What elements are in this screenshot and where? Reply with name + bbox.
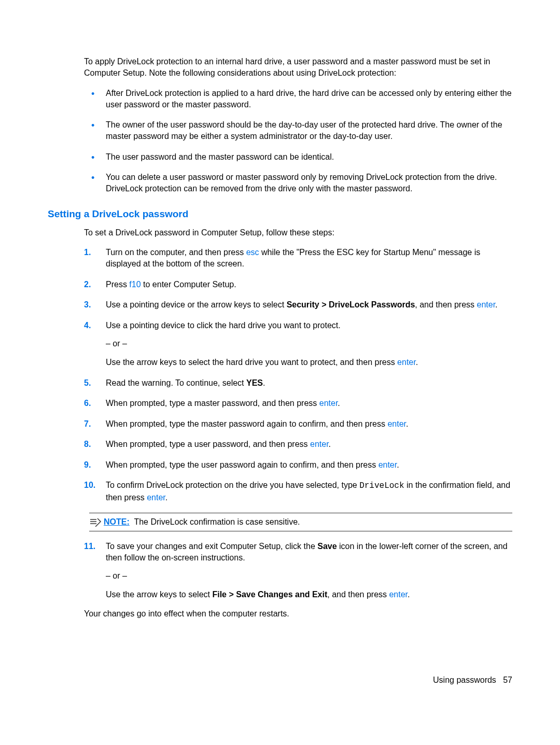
key-f10: f10	[129, 280, 141, 289]
step-item: 7. When prompted, type the master passwo…	[84, 418, 512, 430]
step-item: 9. When prompted, type the user password…	[84, 459, 512, 471]
step-text: .	[329, 440, 331, 448]
key-enter: enter	[389, 590, 408, 599]
step-number: 11.	[84, 541, 95, 552]
bold-text: Security > DriveLock Passwords	[287, 300, 415, 309]
step-number: 2.	[84, 279, 91, 290]
step-text: .	[408, 590, 410, 599]
step-number: 1.	[84, 247, 91, 258]
bold-text: File > Save Changes and Exit	[212, 590, 327, 599]
step-item: 4. Use a pointing device to click the ha…	[84, 320, 512, 368]
step-text: To save your changes and exit Computer S…	[106, 542, 317, 551]
step-number: 4.	[84, 320, 91, 331]
step-item: 8. When prompted, type a user password, …	[84, 439, 512, 450]
step-text: Use the arrow keys to select	[106, 590, 212, 599]
note-text: The DriveLock confirmation is case sensi…	[134, 517, 300, 526]
step-item: 10. To confirm DriveLock protection on t…	[84, 480, 512, 503]
step-text: .	[397, 460, 399, 469]
key-enter: enter	[147, 493, 165, 502]
key-enter: enter	[310, 440, 329, 448]
or-separator: – or –	[106, 570, 512, 582]
step-text: .	[165, 493, 167, 502]
step-number: 10.	[84, 480, 95, 491]
step-item: 11. To save your changes and exit Comput…	[84, 541, 512, 600]
steps-list: 1. Turn on the computer, and then press …	[84, 247, 512, 503]
key-enter: enter	[397, 358, 416, 367]
step-text: .	[263, 378, 265, 387]
step-text: .	[495, 300, 497, 309]
step-text: , and then press	[415, 300, 477, 309]
section-intro: To set a DriveLock password in Computer …	[84, 228, 512, 237]
intro-paragraph: To apply DriveLock protection to an inte…	[84, 56, 512, 78]
bold-text: YES	[246, 378, 263, 387]
or-separator: – or –	[106, 338, 512, 349]
key-enter: enter	[387, 419, 406, 428]
page-number: 57	[503, 676, 512, 684]
list-item: The owner of the user password should be…	[84, 119, 512, 142]
step-text: Turn on the computer, and then press	[106, 248, 246, 257]
step-item: 6. When prompted, type a master password…	[84, 398, 512, 409]
step-item: 5. Read the warning. To continue, select…	[84, 377, 512, 389]
step-number: 5.	[84, 377, 91, 389]
steps-list-continued: 11. To save your changes and exit Comput…	[84, 541, 512, 600]
note-icon	[89, 517, 102, 527]
step-text: , and then press	[327, 590, 389, 599]
key-enter: enter	[379, 460, 397, 469]
list-item: The user password and the master passwor…	[84, 151, 512, 163]
step-item: 2. Press f10 to enter Computer Setup.	[84, 279, 512, 290]
step-text: To confirm DriveLock protection on the d…	[106, 481, 359, 489]
step-text: When prompted, type a master password, a…	[106, 399, 319, 407]
step-number: 3.	[84, 299, 91, 311]
step-text: Use the arrow keys to select the hard dr…	[106, 358, 397, 367]
bold-text: Save	[317, 542, 337, 551]
page-footer: Using passwords 57	[48, 676, 512, 685]
list-item: After DriveLock protection is applied to…	[84, 88, 512, 110]
step-text: Use a pointing device to click the hard …	[106, 321, 341, 330]
step-text: Press	[106, 280, 129, 289]
section-heading: Setting a DriveLock password	[48, 208, 512, 220]
considerations-list: After DriveLock protection is applied to…	[84, 88, 512, 194]
step-number: 9.	[84, 459, 91, 471]
step-text: Use a pointing device or the arrow keys …	[106, 300, 287, 309]
key-enter: enter	[477, 300, 495, 309]
closing-paragraph: Your changes go into effect when the com…	[84, 609, 512, 619]
step-item: 3. Use a pointing device or the arrow ke…	[84, 299, 512, 311]
step-item: 1. Turn on the computer, and then press …	[84, 247, 512, 269]
key-esc: esc	[246, 248, 259, 257]
footer-label: Using passwords	[433, 676, 496, 684]
step-text: When prompted, type the user password ag…	[106, 460, 379, 469]
step-text: to enter Computer Setup.	[141, 280, 236, 289]
note-label: NOTE:	[104, 517, 130, 526]
step-text: When prompted, type a user password, and…	[106, 440, 310, 448]
step-text: Read the warning. To continue, select	[106, 378, 246, 387]
step-text: .	[406, 419, 408, 428]
document-page: To apply DriveLock protection to an inte…	[0, 0, 560, 716]
note-box: NOTE: The DriveLock confirmation is case…	[89, 513, 512, 531]
list-item: You can delete a user password or master…	[84, 172, 512, 194]
step-number: 8.	[84, 439, 91, 450]
key-enter: enter	[319, 399, 338, 407]
step-text: .	[416, 358, 418, 367]
step-number: 6.	[84, 398, 91, 409]
step-text: When prompted, type the master password …	[106, 419, 387, 428]
mono-text: DriveLock	[359, 481, 404, 490]
step-text: .	[338, 399, 340, 407]
step-number: 7.	[84, 418, 91, 430]
